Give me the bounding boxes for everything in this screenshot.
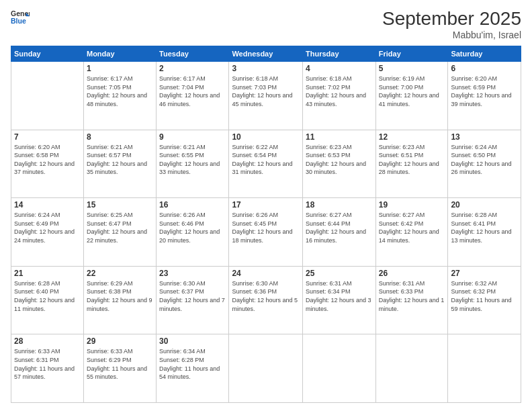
day-info: Sunrise: 6:31 AMSunset: 6:33 PMDaylight:… bbox=[379, 279, 445, 313]
logo-icon: General Blue bbox=[11, 8, 30, 27]
day-number: 28 bbox=[14, 336, 81, 346]
day-number: 16 bbox=[159, 200, 226, 210]
day-info: Sunrise: 6:33 AMSunset: 6:29 PMDaylight:… bbox=[87, 347, 153, 381]
day-number: 8 bbox=[87, 132, 153, 142]
day-info: Sunrise: 6:32 AMSunset: 6:32 PMDaylight:… bbox=[451, 279, 518, 313]
day-number: 19 bbox=[379, 200, 445, 210]
day-number: 9 bbox=[159, 132, 226, 142]
day-info: Sunrise: 6:30 AMSunset: 6:36 PMDaylight:… bbox=[232, 279, 300, 313]
day-cell bbox=[375, 334, 448, 403]
day-cell: 11Sunrise: 6:23 AMSunset: 6:53 PMDayligh… bbox=[303, 130, 376, 198]
day-cell: 6Sunrise: 6:20 AMSunset: 6:59 PMDaylight… bbox=[448, 62, 521, 130]
day-number: 15 bbox=[87, 200, 153, 210]
day-number: 2 bbox=[159, 64, 226, 73]
day-cell: 18Sunrise: 6:27 AMSunset: 6:44 PMDayligh… bbox=[303, 198, 376, 267]
day-number: 3 bbox=[232, 64, 300, 73]
day-cell: 12Sunrise: 6:23 AMSunset: 6:51 PMDayligh… bbox=[375, 130, 448, 198]
day-info: Sunrise: 6:23 AMSunset: 6:51 PMDaylight:… bbox=[379, 143, 445, 177]
day-info: Sunrise: 6:21 AMSunset: 6:57 PMDaylight:… bbox=[87, 143, 153, 177]
day-cell: 29Sunrise: 6:33 AMSunset: 6:29 PMDayligh… bbox=[83, 334, 156, 403]
header: General Blue September 2025 Mabbu'im, Is… bbox=[11, 8, 521, 40]
day-cell bbox=[229, 334, 303, 403]
day-cell: 1Sunrise: 6:17 AMSunset: 7:05 PMDaylight… bbox=[83, 62, 156, 130]
day-info: Sunrise: 6:21 AMSunset: 6:55 PMDaylight:… bbox=[159, 143, 226, 177]
day-cell: 26Sunrise: 6:31 AMSunset: 6:33 PMDayligh… bbox=[375, 266, 448, 334]
day-cell: 2Sunrise: 6:17 AMSunset: 7:04 PMDaylight… bbox=[157, 62, 229, 130]
day-info: Sunrise: 6:31 AMSunset: 6:34 PMDaylight:… bbox=[306, 279, 373, 313]
week-row-3: 21Sunrise: 6:28 AMSunset: 6:40 PMDayligh… bbox=[11, 266, 521, 334]
day-number: 20 bbox=[451, 200, 518, 210]
day-cell: 17Sunrise: 6:26 AMSunset: 6:45 PMDayligh… bbox=[229, 198, 303, 267]
day-cell bbox=[303, 334, 376, 403]
day-info: Sunrise: 6:28 AMSunset: 6:41 PMDaylight:… bbox=[451, 211, 518, 244]
col-tuesday: Tuesday bbox=[157, 46, 229, 62]
day-cell: 7Sunrise: 6:20 AMSunset: 6:58 PMDaylight… bbox=[11, 130, 84, 198]
day-info: Sunrise: 6:30 AMSunset: 6:37 PMDaylight:… bbox=[159, 279, 226, 313]
day-info: Sunrise: 6:24 AMSunset: 6:49 PMDaylight:… bbox=[14, 211, 81, 244]
day-number: 24 bbox=[232, 269, 300, 278]
month-title: September 2025 bbox=[382, 8, 521, 30]
week-row-4: 28Sunrise: 6:33 AMSunset: 6:31 PMDayligh… bbox=[11, 334, 521, 403]
day-number: 22 bbox=[87, 269, 153, 278]
title-block: September 2025 Mabbu'im, Israel bbox=[382, 8, 521, 40]
day-info: Sunrise: 6:19 AMSunset: 7:00 PMDaylight:… bbox=[379, 75, 445, 108]
day-number: 29 bbox=[87, 336, 153, 346]
day-cell bbox=[448, 334, 521, 403]
day-cell: 20Sunrise: 6:28 AMSunset: 6:41 PMDayligh… bbox=[448, 198, 521, 267]
day-cell: 24Sunrise: 6:30 AMSunset: 6:36 PMDayligh… bbox=[229, 266, 303, 334]
day-info: Sunrise: 6:22 AMSunset: 6:54 PMDaylight:… bbox=[232, 143, 300, 177]
day-info: Sunrise: 6:20 AMSunset: 6:58 PMDaylight:… bbox=[14, 143, 81, 177]
day-info: Sunrise: 6:33 AMSunset: 6:31 PMDaylight:… bbox=[14, 347, 81, 381]
day-cell: 28Sunrise: 6:33 AMSunset: 6:31 PMDayligh… bbox=[11, 334, 84, 403]
week-row-1: 7Sunrise: 6:20 AMSunset: 6:58 PMDaylight… bbox=[11, 130, 521, 198]
day-info: Sunrise: 6:27 AMSunset: 6:42 PMDaylight:… bbox=[379, 211, 445, 244]
day-number: 6 bbox=[451, 64, 518, 73]
day-info: Sunrise: 6:24 AMSunset: 6:50 PMDaylight:… bbox=[451, 143, 518, 177]
day-number: 30 bbox=[159, 336, 226, 346]
day-number: 11 bbox=[306, 132, 373, 142]
col-monday: Monday bbox=[83, 46, 156, 62]
day-cell: 9Sunrise: 6:21 AMSunset: 6:55 PMDaylight… bbox=[157, 130, 229, 198]
day-info: Sunrise: 6:29 AMSunset: 6:38 PMDaylight:… bbox=[87, 279, 153, 313]
day-cell: 3Sunrise: 6:18 AMSunset: 7:03 PMDaylight… bbox=[229, 62, 303, 130]
day-info: Sunrise: 6:28 AMSunset: 6:40 PMDaylight:… bbox=[14, 279, 81, 313]
day-info: Sunrise: 6:23 AMSunset: 6:53 PMDaylight:… bbox=[306, 143, 373, 177]
day-cell: 14Sunrise: 6:24 AMSunset: 6:49 PMDayligh… bbox=[11, 198, 84, 267]
col-sunday: Sunday bbox=[11, 46, 84, 62]
day-number: 23 bbox=[159, 269, 226, 278]
svg-text:Blue: Blue bbox=[11, 17, 26, 25]
day-number: 13 bbox=[451, 132, 518, 142]
day-info: Sunrise: 6:18 AMSunset: 7:02 PMDaylight:… bbox=[306, 75, 373, 108]
day-number: 18 bbox=[306, 200, 373, 210]
day-number: 4 bbox=[306, 64, 373, 73]
day-info: Sunrise: 6:20 AMSunset: 6:59 PMDaylight:… bbox=[451, 75, 518, 108]
day-cell: 30Sunrise: 6:34 AMSunset: 6:28 PMDayligh… bbox=[157, 334, 229, 403]
day-info: Sunrise: 6:26 AMSunset: 6:45 PMDaylight:… bbox=[232, 211, 300, 244]
day-number: 14 bbox=[14, 200, 81, 210]
col-saturday: Saturday bbox=[448, 46, 521, 62]
col-wednesday: Wednesday bbox=[229, 46, 303, 62]
day-cell bbox=[11, 62, 84, 130]
day-cell: 10Sunrise: 6:22 AMSunset: 6:54 PMDayligh… bbox=[229, 130, 303, 198]
week-row-0: 1Sunrise: 6:17 AMSunset: 7:05 PMDaylight… bbox=[11, 62, 521, 130]
day-cell: 21Sunrise: 6:28 AMSunset: 6:40 PMDayligh… bbox=[11, 266, 84, 334]
day-number: 5 bbox=[379, 64, 445, 73]
day-number: 25 bbox=[306, 269, 373, 278]
day-number: 1 bbox=[87, 64, 153, 73]
day-info: Sunrise: 6:17 AMSunset: 7:05 PMDaylight:… bbox=[87, 75, 153, 108]
day-info: Sunrise: 6:26 AMSunset: 6:46 PMDaylight:… bbox=[159, 211, 226, 244]
week-row-2: 14Sunrise: 6:24 AMSunset: 6:49 PMDayligh… bbox=[11, 198, 521, 267]
day-cell: 16Sunrise: 6:26 AMSunset: 6:46 PMDayligh… bbox=[157, 198, 229, 267]
day-info: Sunrise: 6:34 AMSunset: 6:28 PMDaylight:… bbox=[159, 347, 226, 381]
day-number: 17 bbox=[232, 200, 300, 210]
day-cell: 27Sunrise: 6:32 AMSunset: 6:32 PMDayligh… bbox=[448, 266, 521, 334]
location: Mabbu'im, Israel bbox=[382, 30, 521, 40]
day-cell: 19Sunrise: 6:27 AMSunset: 6:42 PMDayligh… bbox=[375, 198, 448, 267]
day-cell: 15Sunrise: 6:25 AMSunset: 6:47 PMDayligh… bbox=[83, 198, 156, 267]
day-number: 26 bbox=[379, 269, 445, 278]
day-cell: 23Sunrise: 6:30 AMSunset: 6:37 PMDayligh… bbox=[157, 266, 229, 334]
day-number: 21 bbox=[14, 269, 81, 278]
day-cell: 4Sunrise: 6:18 AMSunset: 7:02 PMDaylight… bbox=[303, 62, 376, 130]
day-cell: 13Sunrise: 6:24 AMSunset: 6:50 PMDayligh… bbox=[448, 130, 521, 198]
day-cell: 25Sunrise: 6:31 AMSunset: 6:34 PMDayligh… bbox=[303, 266, 376, 334]
